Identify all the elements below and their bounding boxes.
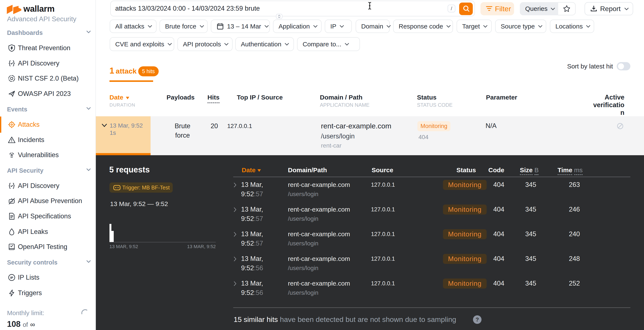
svg-text:IP: IP [10, 276, 13, 279]
